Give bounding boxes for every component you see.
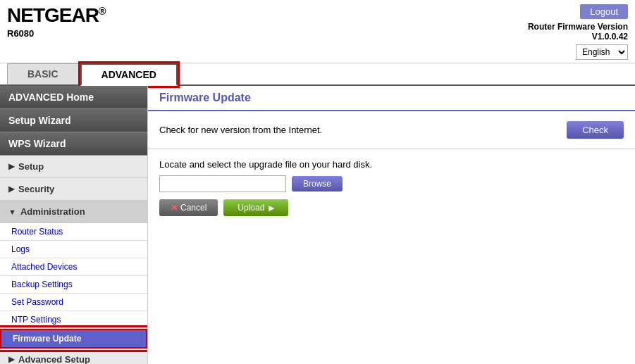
upload-arrow-icon: ▶ — [269, 203, 274, 213]
main-layout: ADVANCED Home Setup Wizard WPS Wizard ▶ … — [0, 86, 635, 364]
sidebar-attached-devices[interactable]: Attached Devices — [0, 258, 147, 276]
sidebar-backup-settings[interactable]: Backup Settings — [0, 276, 147, 294]
cancel-button[interactable]: ✕ Cancel — [159, 199, 218, 216]
sidebar-logs[interactable]: Logs — [0, 241, 147, 258]
locate-text: Locate and select the upgrade file on yo… — [159, 159, 624, 170]
sidebar-firmware-update[interactable]: Firmware Update — [0, 329, 147, 349]
sidebar-section-administration[interactable]: ▼ Administration — [0, 201, 147, 223]
cancel-x-icon: ✕ — [171, 203, 178, 213]
administration-arrow: ▼ — [8, 208, 16, 216]
action-row: ✕ Cancel Upload ▶ — [159, 199, 624, 216]
upload-button[interactable]: Upload ▶ — [223, 199, 288, 216]
tab-bar: BASIC ADVANCED — [0, 63, 635, 86]
sidebar-set-password[interactable]: Set Password — [0, 294, 147, 311]
browse-button[interactable]: Browse — [292, 176, 343, 192]
header-right: Logout Router Firmware Version V1.0.0.42… — [528, 4, 628, 60]
firmware-version: Router Firmware Version V1.0.0.42 — [528, 22, 628, 42]
file-row: Browse — [159, 175, 624, 192]
logo-area: NETGEAR® R6080 — [7, 4, 105, 39]
language-selector-row: English French German Spanish — [576, 44, 628, 60]
language-select[interactable]: English French German Spanish — [576, 44, 628, 60]
tab-basic[interactable]: BASIC — [7, 63, 79, 86]
check-row: Check for new version from the Internet.… — [159, 121, 624, 139]
upload-section: Locate and select the upgrade file on yo… — [148, 149, 635, 226]
setup-arrow: ▶ — [8, 162, 14, 171]
file-input[interactable] — [159, 175, 286, 192]
sidebar-wps-wizard[interactable]: WPS Wizard — [0, 132, 147, 156]
content-area: Firmware Update Check for new version fr… — [148, 86, 635, 364]
advanced-setup-arrow: ▶ — [8, 355, 14, 364]
sidebar-section-setup[interactable]: ▶ Setup — [0, 156, 147, 178]
sidebar-setup-wizard[interactable]: Setup Wizard — [0, 109, 147, 132]
security-arrow: ▶ — [8, 184, 14, 194]
sidebar-ntp-settings[interactable]: NTP Settings — [0, 311, 147, 329]
model-name: R6080 — [7, 28, 105, 39]
logo: NETGEAR® — [7, 4, 105, 27]
page-title: Firmware Update — [159, 92, 624, 104]
check-text: Check for new version from the Internet. — [159, 125, 322, 135]
sidebar-section-advanced-setup[interactable]: ▶ Advanced Setup — [0, 349, 147, 364]
check-button[interactable]: Check — [567, 121, 624, 139]
sidebar: ADVANCED Home Setup Wizard WPS Wizard ▶ … — [0, 86, 148, 364]
header: NETGEAR® R6080 Logout Router Firmware Ve… — [0, 0, 635, 63]
content-header: Firmware Update — [148, 86, 635, 111]
sidebar-advanced-home[interactable]: ADVANCED Home — [0, 86, 147, 109]
logout-button[interactable]: Logout — [580, 4, 628, 19]
sidebar-section-security[interactable]: ▶ Security — [0, 178, 147, 201]
check-section: Check for new version from the Internet.… — [148, 111, 635, 149]
sidebar-router-status[interactable]: Router Status — [0, 223, 147, 241]
tab-advanced[interactable]: ADVANCED — [80, 63, 178, 86]
